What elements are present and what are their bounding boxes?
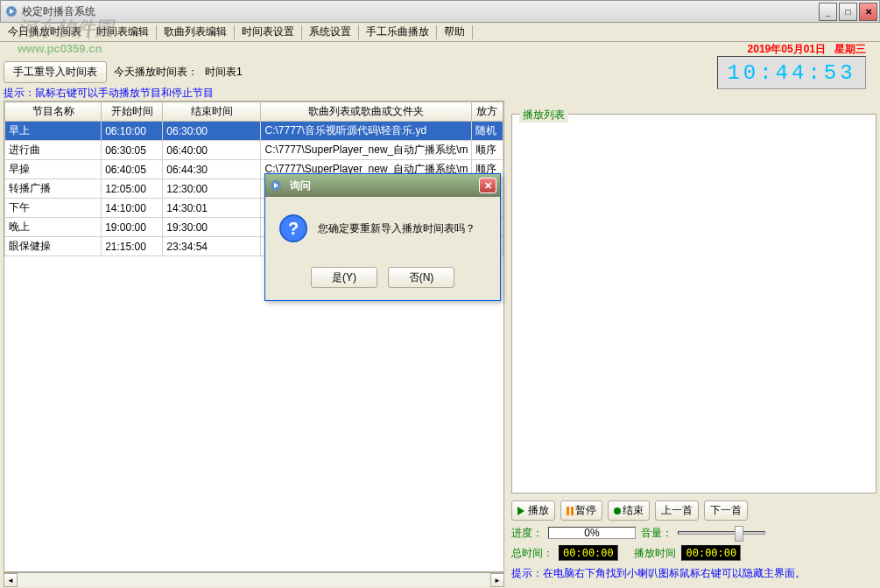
dialog-title: 询问 [286,178,479,193]
dialog-close-button[interactable]: ✕ [479,178,496,193]
modal-overlay: 询问 ✕ ? 您确定要重新导入播放时间表吗？ 是(Y) 否(N) [0,0,880,588]
dialog-yes-button[interactable]: 是(Y) [311,267,377,288]
dialog-titlebar[interactable]: 询问 ✕ [265,174,500,197]
question-icon: ? [279,214,307,242]
confirm-dialog: 询问 ✕ ? 您确定要重新导入播放时间表吗？ 是(Y) 否(N) [264,173,501,301]
dialog-icon-small [269,178,283,192]
dialog-no-button[interactable]: 否(N) [388,267,454,288]
dialog-message: 您确定要重新导入播放时间表吗？ [318,221,475,236]
